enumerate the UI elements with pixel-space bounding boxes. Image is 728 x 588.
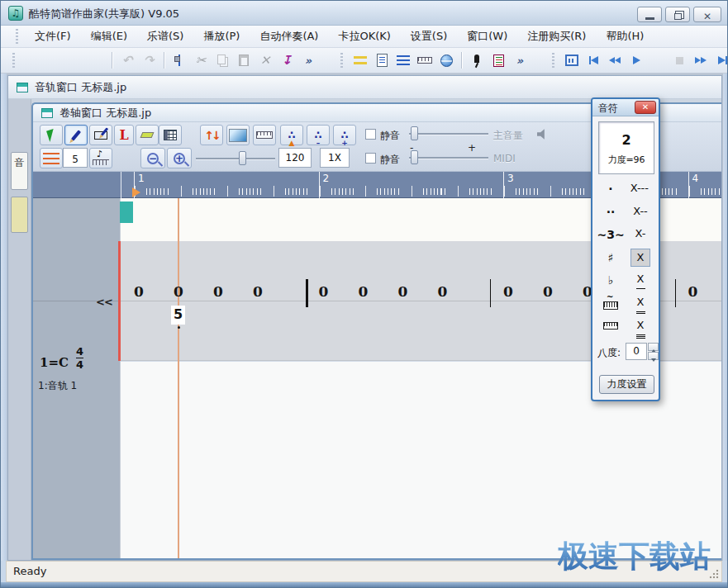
web-globe-button[interactable] — [435, 50, 457, 70]
menu-item-edit[interactable]: 编辑(E) — [81, 26, 137, 47]
slider-thumb[interactable] — [239, 151, 246, 165]
lyrics-editor-button[interactable] — [488, 50, 509, 70]
cursor-note[interactable]: 5 — [171, 306, 185, 325]
tempo-slider[interactable] — [196, 151, 275, 165]
staff-yellow-button[interactable] — [350, 50, 371, 70]
menu-item-settings[interactable]: 设置(S) — [401, 26, 457, 47]
save-all-button[interactable] — [86, 50, 107, 70]
menu-item-play[interactable]: 播放(P) — [193, 26, 250, 47]
note-cell[interactable]: 0 — [252, 282, 264, 301]
skip-end-button[interactable] — [711, 50, 728, 70]
restore-button[interactable] — [665, 7, 690, 22]
pitch-shift-button[interactable]: ↑↓ — [200, 125, 223, 145]
note-cell[interactable]: 0 — [133, 282, 145, 301]
octave-value[interactable]: 0 — [626, 343, 647, 360]
note-cell[interactable]: 0 — [437, 282, 449, 301]
playhead-icon[interactable] — [132, 187, 140, 197]
palette-duration-cell[interactable]: X — [630, 317, 650, 335]
ruler-icon[interactable] — [601, 315, 621, 337]
grace-note-2-button[interactable]: ∴– — [307, 125, 330, 145]
palette-duration-cell-selected[interactable]: X — [630, 249, 650, 267]
note-cell[interactable]: 0 — [688, 282, 699, 301]
note-cell[interactable]: 0 — [542, 282, 554, 301]
mixer-button[interactable] — [561, 50, 583, 70]
menu-item-karaoke[interactable]: 卡拉OK(K) — [328, 26, 400, 47]
octave-spin-up-button[interactable] — [648, 343, 659, 351]
paste-button[interactable] — [233, 50, 255, 70]
play-button[interactable] — [626, 50, 647, 70]
side-tab-tools[interactable] — [11, 197, 28, 233]
menu-item-register-purchase[interactable]: 注册购买(R) — [517, 26, 596, 47]
palette-close-button[interactable]: ✕ — [635, 101, 656, 114]
note-cell[interactable]: 0 — [358, 282, 369, 301]
note-cell[interactable]: 0 — [173, 282, 184, 301]
overflow-button[interactable]: » — [509, 50, 531, 70]
octave-spin-down-button[interactable] — [648, 352, 659, 360]
note-step-input[interactable] — [63, 148, 88, 168]
slider-thumb[interactable] — [411, 150, 418, 164]
grid-view-button[interactable] — [159, 125, 182, 145]
volume-slider[interactable] — [409, 126, 488, 140]
palette-duration-cell[interactable]: X — [630, 271, 650, 289]
insert-position-button[interactable] — [169, 50, 190, 70]
open-file-button[interactable] — [43, 50, 64, 70]
tempo-value[interactable]: 120 — [278, 148, 312, 168]
grace-note-3-button[interactable]: ∴+ — [333, 125, 356, 145]
overflow-button[interactable]: » — [297, 50, 319, 70]
undo-button[interactable]: ↶ — [117, 50, 138, 70]
select-tool-button[interactable] — [40, 125, 63, 145]
selection-block[interactable] — [120, 202, 133, 223]
staff-blue-button[interactable] — [393, 50, 414, 70]
ruler-measure[interactable]: 2 — [319, 172, 504, 198]
rewind-button[interactable] — [604, 50, 626, 70]
velocity-settings-button[interactable]: 力度设置 — [599, 375, 654, 394]
note-cell[interactable]: 0 — [212, 282, 224, 301]
speed-value[interactable]: 1X — [320, 148, 350, 168]
close-button[interactable]: ✕ — [693, 7, 721, 22]
note-duration-button[interactable] — [89, 148, 112, 168]
microphone-button[interactable] — [466, 50, 488, 70]
palette-symbol-cell[interactable]: ♯ — [601, 247, 621, 268]
stop-button[interactable] — [669, 50, 690, 70]
palette-duration-cell[interactable]: X- — [630, 225, 650, 244]
note-cell[interactable]: 0 — [397, 282, 409, 301]
copy-button[interactable] — [212, 50, 233, 70]
menu-item-help[interactable]: 帮助(H) — [596, 26, 654, 47]
collapse-button[interactable]: << — [96, 296, 112, 308]
l-marker-button[interactable]: L — [114, 125, 134, 145]
save-file-button[interactable] — [64, 50, 86, 70]
zoom-in-button[interactable]: + — [167, 148, 192, 168]
new-page-button[interactable] — [371, 50, 393, 70]
pencil-box-tool-button[interactable] — [89, 125, 112, 145]
orange-lines-button[interactable] — [40, 148, 63, 168]
menu-item-window[interactable]: 窗口(W) — [457, 26, 517, 47]
small-ruler-button[interactable] — [253, 125, 276, 145]
ruler-measure[interactable]: 1 — [134, 172, 319, 198]
note-cell[interactable]: 0 — [502, 282, 514, 301]
cut-button[interactable]: ✂ — [190, 50, 212, 70]
palette-symbol-cell[interactable]: · — [601, 178, 621, 200]
pause-button[interactable] — [647, 50, 669, 70]
zoom-out-button[interactable]: − — [140, 148, 165, 168]
palette-duration-cell[interactable]: X--- — [629, 180, 650, 198]
palette-duration-cell[interactable]: X — [630, 294, 650, 312]
pencil-tool-button[interactable] — [64, 125, 88, 145]
skip-start-button[interactable] — [583, 50, 604, 70]
note-cell[interactable]: 0 — [318, 282, 330, 301]
eraser-button[interactable] — [136, 125, 159, 145]
import-export-button[interactable]: ↧ — [276, 50, 297, 70]
palette-symbol-cell[interactable]: ·· — [601, 202, 621, 223]
mute-checkbox-1[interactable] — [365, 129, 376, 140]
fast-forward-button[interactable] — [690, 50, 711, 70]
palette-titlebar[interactable]: 音符 ✕ — [592, 99, 659, 116]
menu-item-file[interactable]: 文件(F) — [25, 26, 81, 47]
ruler-tool-button[interactable] — [414, 50, 435, 70]
menu-item-auto-accompaniment[interactable]: 自动伴奏(A) — [250, 26, 328, 47]
grace-note-1-button[interactable]: ∴▲ — [280, 125, 303, 145]
midi-volume-slider[interactable] — [409, 150, 488, 164]
palette-duration-cell[interactable]: X-- — [630, 203, 650, 221]
palette-symbol-cell[interactable]: ♭ — [601, 269, 621, 291]
menu-item-score[interactable]: 乐谱(S) — [137, 26, 193, 47]
side-tab-track[interactable]: 音 — [11, 152, 28, 190]
keyboard-icon[interactable]: ~ — [601, 292, 621, 314]
